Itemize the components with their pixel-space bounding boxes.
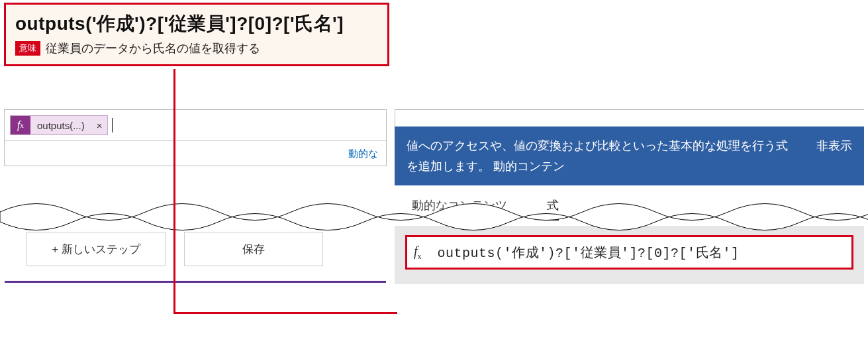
expression-input-area: fx outputs('作成')?['従業員']?[0]?['氏名'] [395, 226, 864, 284]
tab-dynamic-content[interactable]: 動的なコンテンツ [412, 197, 507, 221]
expression-input[interactable]: fx outputs('作成')?['従業員']?[0]?['氏名'] [405, 235, 853, 270]
expression-token[interactable]: fx outputs(...) × [10, 115, 108, 135]
callout-box: outputs('作成')?['従業員']?[0]?['氏名'] 意味 従業員の… [4, 3, 389, 66]
callout-description-row: 意味 従業員のデータから氏名の値を取得する [15, 40, 378, 56]
connector-line-vertical [173, 69, 175, 314]
meaning-badge: 意味 [15, 41, 40, 56]
tab-expression[interactable]: 式 [547, 197, 559, 221]
text-cursor [112, 118, 113, 132]
callout-description: 従業員のデータから氏名の値を取得する [46, 40, 260, 56]
save-button[interactable]: 保存 [184, 232, 323, 266]
hide-link[interactable]: 非表示 [816, 136, 852, 176]
fx-icon: fx [11, 116, 30, 134]
flow-card: fx outputs(...) × 動的な [4, 109, 387, 166]
expression-panel: 値へのアクセスや、値の変換および比較といった基本的な処理を行う式を追加します。 … [395, 109, 864, 284]
panel-top-border [395, 109, 864, 126]
callout-expression: outputs('作成')?['従業員']?[0]?['氏名'] [15, 11, 378, 36]
dynamic-content-link[interactable]: 動的な [5, 141, 386, 166]
card-separator [5, 281, 386, 283]
fx-icon: fx [414, 244, 422, 262]
expression-input-row[interactable]: fx outputs(...) × [5, 110, 386, 141]
help-text: 値へのアクセスや、値の変換および比較といった基本的な処理を行う式を追加します。 … [407, 136, 796, 176]
token-remove-icon[interactable]: × [91, 120, 108, 131]
new-step-button[interactable]: + 新しいステップ [26, 232, 166, 266]
token-label: outputs(...) [30, 120, 91, 131]
help-banner: 値へのアクセスや、値の変換および比較といった基本的な処理を行う式を追加します。 … [395, 126, 864, 185]
expression-text: outputs('作成')?['従業員']?[0]?['氏名'] [438, 244, 740, 262]
connector-line-horizontal [173, 312, 397, 314]
tabs-row: 動的なコンテンツ 式 [395, 185, 864, 226]
